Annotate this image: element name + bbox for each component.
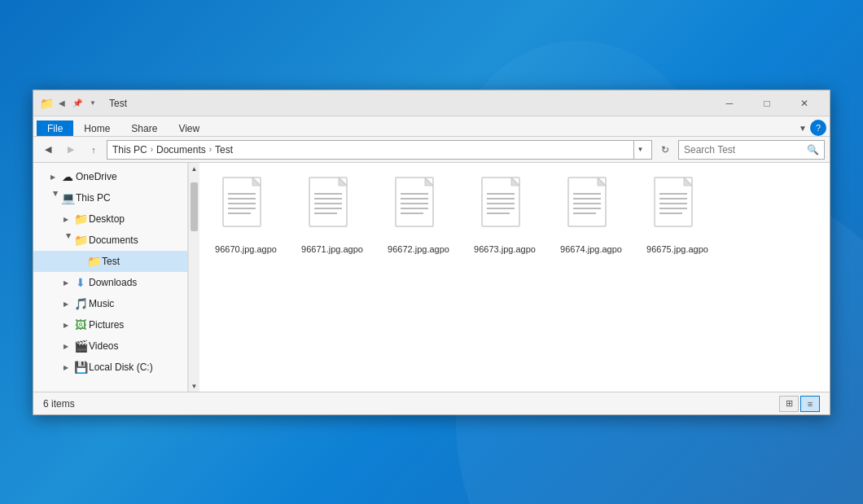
sidebar-item-downloads[interactable]: ▶ ⬇ Downloads <box>33 272 187 293</box>
window-controls: ─ □ ✕ <box>711 90 823 116</box>
file-icon-file2 <box>303 176 361 241</box>
address-bar: ◀ ▶ ↑ This PC › Documents › Test ▼ ↻ 🔍 <box>33 137 830 163</box>
tab-view[interactable]: View <box>168 121 210 136</box>
ribbon-collapse-icon[interactable]: ▼ <box>799 124 807 133</box>
sidebar-item-test[interactable]: ▶ 📁 Test <box>33 251 187 272</box>
chevron-icon: ▼ <box>86 97 99 110</box>
scroll-thumb[interactable] <box>191 182 198 231</box>
title-bar: 📁 ◀ 📌 ▼ Test ─ □ ✕ <box>33 90 830 116</box>
documents-expand-arrow: ▶ <box>59 234 72 247</box>
file-item-file4[interactable]: 96673.jpg.agpo <box>468 173 541 382</box>
status-item-count: 6 items <box>43 398 75 410</box>
sidebar-item-pictures[interactable]: ▶ 🖼 Pictures <box>33 314 187 335</box>
pictures-expand-arrow: ▶ <box>59 318 72 331</box>
tab-file[interactable]: File <box>37 121 73 136</box>
file-item-file6[interactable]: 96675.jpg.agpo <box>641 173 714 382</box>
file-icon-file6 <box>648 176 707 241</box>
addr-sep-1: › <box>151 145 153 154</box>
file-name-file6: 96675.jpg.agpo <box>646 244 708 254</box>
folder-icon: 📁 <box>40 97 53 110</box>
scroll-up-arrow[interactable]: ▲ <box>189 163 200 174</box>
file-name-file3: 96672.jpg.agpo <box>388 244 449 254</box>
minimize-button[interactable]: ─ <box>711 90 748 116</box>
documents-label: Documents <box>89 234 184 246</box>
scroll-down-arrow[interactable]: ▼ <box>189 380 200 392</box>
this-pc-icon: 💻 <box>61 191 74 204</box>
test-label: Test <box>102 256 184 267</box>
view-grid-button[interactable]: ⊞ <box>779 396 799 412</box>
sidebar-item-onedrive[interactable]: ▶ ☁ OneDrive <box>33 166 187 187</box>
help-button[interactable]: ? <box>810 120 826 136</box>
desktop-expand-arrow: ▶ <box>59 213 72 226</box>
videos-icon: 🎬 <box>74 340 87 353</box>
local-disk-label: Local Disk (C:) <box>89 362 184 373</box>
explorer-window: 📁 ◀ 📌 ▼ Test ─ □ ✕ File Home Share View … <box>33 90 830 415</box>
sidebar-scrollbar[interactable]: ▲ ▼ <box>188 163 199 392</box>
file-item-file5[interactable]: 96674.jpg.agpo <box>554 173 628 382</box>
addr-sep-2: › <box>209 145 212 154</box>
downloads-label: Downloads <box>89 277 184 288</box>
documents-icon: 📁 <box>74 234 87 247</box>
files-grid: 96670.jpg.agpo 96671.jpg.agpo <box>209 173 820 382</box>
file-item-file2[interactable]: 96671.jpg.agpo <box>296 173 369 382</box>
search-box: 🔍 <box>678 140 825 160</box>
videos-expand-arrow: ▶ <box>59 340 72 353</box>
pin-icon: 📌 <box>71 97 84 110</box>
view-list-button[interactable]: ≡ <box>800 396 820 412</box>
address-input[interactable]: This PC › Documents › Test ▼ <box>107 140 652 160</box>
local-disk-expand-arrow: ▶ <box>59 361 72 374</box>
ribbon-tabs: File Home Share View ▼ ? <box>33 116 830 136</box>
file-icon-file1 <box>217 176 275 241</box>
address-dropdown[interactable]: ▼ <box>633 140 646 160</box>
file-item-file1[interactable]: 96670.jpg.agpo <box>209 173 283 382</box>
addr-test[interactable]: Test <box>215 144 233 156</box>
pictures-icon: 🖼 <box>74 318 87 331</box>
quick-access-back-icon: ◀ <box>55 97 68 110</box>
close-button[interactable]: ✕ <box>786 90 823 116</box>
this-pc-expand-arrow: ▶ <box>46 191 59 204</box>
file-name-file2: 96671.jpg.agpo <box>301 244 363 254</box>
local-disk-icon: 💾 <box>74 361 87 374</box>
videos-label: Videos <box>89 340 184 352</box>
desktop-label: Desktop <box>89 213 184 225</box>
file-name-file4: 96673.jpg.agpo <box>474 244 536 254</box>
file-name-file1: 96670.jpg.agpo <box>215 244 277 254</box>
tab-home[interactable]: Home <box>73 121 120 136</box>
music-label: Music <box>89 298 184 309</box>
main-content: ▶ ☁ OneDrive ▶ 💻 This PC ▶ 📁 Desktop ▶ 📁… <box>33 163 830 392</box>
sidebar-item-videos[interactable]: ▶ 🎬 Videos <box>33 335 187 357</box>
onedrive-label: OneDrive <box>76 171 184 182</box>
restore-button[interactable]: □ <box>748 90 786 116</box>
music-expand-arrow: ▶ <box>59 297 72 310</box>
addr-this-pc[interactable]: This PC <box>112 144 147 156</box>
music-icon: 🎵 <box>74 297 87 310</box>
status-bar: 6 items ⊞ ≡ <box>33 392 830 414</box>
refresh-button[interactable]: ↻ <box>655 140 675 160</box>
sidebar-item-local-disk[interactable]: ▶ 💾 Local Disk (C:) <box>33 357 187 378</box>
tab-share[interactable]: Share <box>120 121 168 136</box>
up-button[interactable]: ↑ <box>84 140 103 160</box>
back-button[interactable]: ◀ <box>38 140 58 160</box>
search-input[interactable] <box>684 144 807 156</box>
desktop-icon: 📁 <box>74 213 87 226</box>
pictures-label: Pictures <box>89 319 184 331</box>
file-area: 96670.jpg.agpo 96671.jpg.agpo <box>199 163 830 392</box>
forward-button[interactable]: ▶ <box>61 140 81 160</box>
sidebar-item-music[interactable]: ▶ 🎵 Music <box>33 293 187 314</box>
file-icon-file5 <box>562 176 620 241</box>
file-item-file3[interactable]: 96672.jpg.agpo <box>382 173 455 382</box>
address-path: This PC › Documents › Test <box>112 144 633 156</box>
sidebar-item-this-pc[interactable]: ▶ 💻 This PC <box>33 187 187 208</box>
addr-documents[interactable]: Documents <box>156 144 206 156</box>
file-icon-file4 <box>475 176 534 241</box>
file-name-file5: 96674.jpg.agpo <box>560 244 622 254</box>
downloads-expand-arrow: ▶ <box>59 276 72 289</box>
scroll-track[interactable] <box>189 174 199 380</box>
title-bar-icons: 📁 ◀ 📌 ▼ <box>40 97 99 110</box>
search-icon: 🔍 <box>807 144 819 156</box>
ribbon: File Home Share View ▼ ? <box>33 116 830 137</box>
onedrive-icon: ☁ <box>61 170 74 183</box>
onedrive-expand-arrow: ▶ <box>46 170 59 183</box>
sidebar-item-documents[interactable]: ▶ 📁 Documents <box>33 230 187 251</box>
sidebar-item-desktop[interactable]: ▶ 📁 Desktop <box>33 208 187 230</box>
